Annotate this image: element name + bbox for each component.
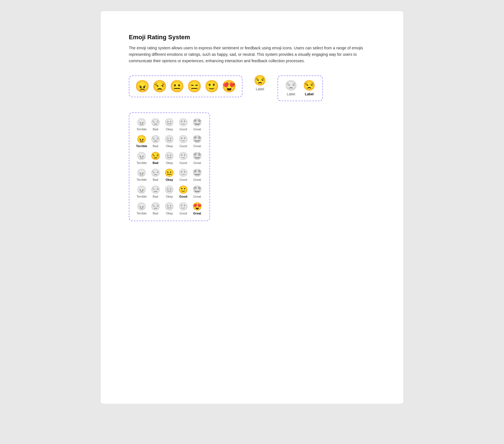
emoji-bad-3[interactable]: 😒 <box>151 169 160 177</box>
label-great-2: Great <box>193 161 201 165</box>
emoji-great-5[interactable]: 😍 <box>192 203 202 211</box>
label-okay-5: Okay <box>166 212 173 215</box>
emoji-good-5[interactable]: 🙂 <box>178 203 188 211</box>
label-great-1: Great <box>193 144 201 148</box>
rating-item-terrible-4[interactable]: 😠 Terrible <box>136 186 147 198</box>
rating-item-good-2[interactable]: 🙂 Good <box>178 152 189 165</box>
label-okay-1: Okay <box>166 144 173 148</box>
rating-item-okay-5[interactable]: 😐 Okay <box>164 203 175 215</box>
emoji-bad-2[interactable]: 😒 <box>151 152 160 160</box>
rating-item-great-3[interactable]: 🤩 Great <box>192 169 203 181</box>
emoji-good[interactable]: 🙂 <box>204 80 219 92</box>
rating-item-okay-4[interactable]: 😐 Okay <box>164 186 175 198</box>
label-terrible-2: Terrible <box>137 161 147 165</box>
emoji-bad-1[interactable]: 😒 <box>151 135 160 143</box>
emoji-terrible-4[interactable]: 😠 <box>137 186 146 194</box>
emoji-terrible-5[interactable]: 😠 <box>137 203 146 211</box>
rating-item-good-3[interactable]: 🙂 Good <box>178 169 189 181</box>
emoji-terrible-0[interactable]: 😠 <box>137 119 146 126</box>
rating-item-great-2[interactable]: 🤩 Great <box>192 152 203 165</box>
emoji-okay-5[interactable]: 😐 <box>164 203 174 211</box>
emoji-bad[interactable]: 😒 <box>152 80 167 92</box>
emoji-great-2[interactable]: 🤩 <box>192 152 202 160</box>
single-emoji[interactable]: 😒 <box>254 75 266 85</box>
dual-label-1: Label <box>287 92 295 96</box>
dual-label-2: Label <box>305 92 314 96</box>
rating-item-okay-3[interactable]: 😐 Okay <box>164 169 175 181</box>
horizontal-emoji-row[interactable]: 😠 😒 😐 😑 🙂 😍 <box>129 75 242 97</box>
rating-item-okay-0[interactable]: 😐 Okay <box>164 119 175 131</box>
rating-item-terrible-1[interactable]: 😠 Terrible <box>136 135 147 148</box>
emoji-okay-1[interactable]: 😐 <box>164 135 174 143</box>
emoji-okay[interactable]: 😐 <box>170 80 184 92</box>
label-good-3: Good <box>179 178 187 181</box>
dual-emoji-box[interactable]: 😒 Label 😒 Label <box>277 75 323 101</box>
emoji-neutral[interactable]: 😑 <box>187 80 202 92</box>
emoji-bad-4[interactable]: 😒 <box>151 186 160 194</box>
emoji-good-3[interactable]: 🙂 <box>178 169 188 177</box>
label-great-4: Great <box>193 195 201 198</box>
rating-item-great-0[interactable]: 🤩 Great <box>192 119 203 131</box>
emoji-good-2[interactable]: 🙂 <box>178 152 188 160</box>
rating-item-bad-4[interactable]: 😒 Bad <box>150 186 161 198</box>
emoji-okay-0[interactable]: 😐 <box>164 119 174 126</box>
emoji-terrible-1[interactable]: 😠 <box>137 135 146 143</box>
label-bad-1: Bad <box>153 144 158 148</box>
label-terrible-1: Terrible <box>136 144 147 148</box>
label-great-5: Great <box>193 212 201 215</box>
single-emoji-label: Label <box>256 87 264 91</box>
emoji-great-3[interactable]: 🤩 <box>192 169 202 177</box>
emoji-okay-4[interactable]: 😐 <box>164 186 174 194</box>
rating-item-bad-5[interactable]: 😒 Bad <box>150 203 161 215</box>
rating-item-great-1[interactable]: 🤩 Great <box>192 135 203 148</box>
rating-row-5: 😠 Terrible 😒 Bad 😐 Okay 🙂 Good 😍 Great <box>136 203 203 215</box>
emoji-good-1[interactable]: 🙂 <box>178 135 188 143</box>
rating-item-terrible-0[interactable]: 😠 Terrible <box>136 119 147 131</box>
label-terrible-4: Terrible <box>137 195 147 198</box>
emoji-great-4[interactable]: 🤩 <box>192 186 202 194</box>
rating-item-bad-0[interactable]: 😒 Bad <box>150 119 161 131</box>
rating-row-4: 😠 Terrible 😒 Bad 😐 Okay 🙂 Good 🤩 Great <box>136 186 203 198</box>
label-bad-4: Bad <box>153 195 158 198</box>
emoji-terrible[interactable]: 😠 <box>135 80 150 92</box>
rating-item-terrible-3[interactable]: 😠 Terrible <box>136 169 147 181</box>
rating-item-bad-2[interactable]: 😒 Bad <box>150 152 161 165</box>
rating-item-okay-1[interactable]: 😐 Okay <box>164 135 175 148</box>
emoji-terrible-2[interactable]: 😠 <box>137 152 146 160</box>
emoji-okay-2[interactable]: 😐 <box>164 152 174 160</box>
label-good-0: Good <box>179 128 187 131</box>
emoji-okay-3[interactable]: 😐 <box>164 169 174 177</box>
label-terrible-3: Terrible <box>137 178 147 181</box>
rating-item-good-1[interactable]: 🙂 Good <box>178 135 189 148</box>
emoji-bad-0[interactable]: 😒 <box>151 119 160 126</box>
label-bad-5: Bad <box>153 212 158 215</box>
label-great-3: Great <box>193 178 201 181</box>
rating-row-2: 😠 Terrible 😒 Bad 😐 Okay 🙂 Good 🤩 Great <box>136 152 203 165</box>
emoji-great[interactable]: 😍 <box>222 80 236 92</box>
dual-item-2[interactable]: 😒 Label <box>303 80 316 96</box>
rating-item-great-4[interactable]: 🤩 Great <box>192 186 203 198</box>
emoji-terrible-3[interactable]: 😠 <box>137 169 146 177</box>
rating-item-good-4[interactable]: 🙂 Good <box>178 186 189 198</box>
emoji-great-0[interactable]: 🤩 <box>192 119 202 126</box>
emoji-good-4[interactable]: 🙂 <box>178 186 188 194</box>
label-good-1: Good <box>179 144 187 148</box>
rating-item-okay-2[interactable]: 😐 Okay <box>164 152 175 165</box>
rating-item-bad-3[interactable]: 😒 Bad <box>150 169 161 181</box>
label-bad-0: Bad <box>153 128 158 131</box>
rating-row-0: 😠 Terrible 😒 Bad 😐 Okay 🙂 Good 🤩 Great <box>136 119 203 131</box>
rating-item-bad-1[interactable]: 😒 Bad <box>150 135 161 148</box>
rating-item-terrible-5[interactable]: 😠 Terrible <box>136 203 147 215</box>
emoji-good-0[interactable]: 🙂 <box>178 119 188 126</box>
rating-item-good-0[interactable]: 🙂 Good <box>178 119 189 131</box>
rating-item-terrible-2[interactable]: 😠 Terrible <box>136 152 147 165</box>
dual-emoji-2[interactable]: 😒 <box>303 80 316 91</box>
dual-emoji-1[interactable]: 😒 <box>285 80 297 91</box>
dual-item-1[interactable]: 😒 Label <box>285 80 297 96</box>
rating-item-good-5[interactable]: 🙂 Good <box>178 203 189 215</box>
rating-grid-box: 😠 Terrible 😒 Bad 😐 Okay 🙂 Good 🤩 Great <box>129 112 210 221</box>
rating-item-great-5[interactable]: 😍 Great <box>192 203 203 215</box>
emoji-bad-5[interactable]: 😒 <box>151 203 160 211</box>
rating-row-1: 😠 Terrible 😒 Bad 😐 Okay 🙂 Good 🤩 Great <box>136 135 203 148</box>
emoji-great-1[interactable]: 🤩 <box>192 135 202 143</box>
